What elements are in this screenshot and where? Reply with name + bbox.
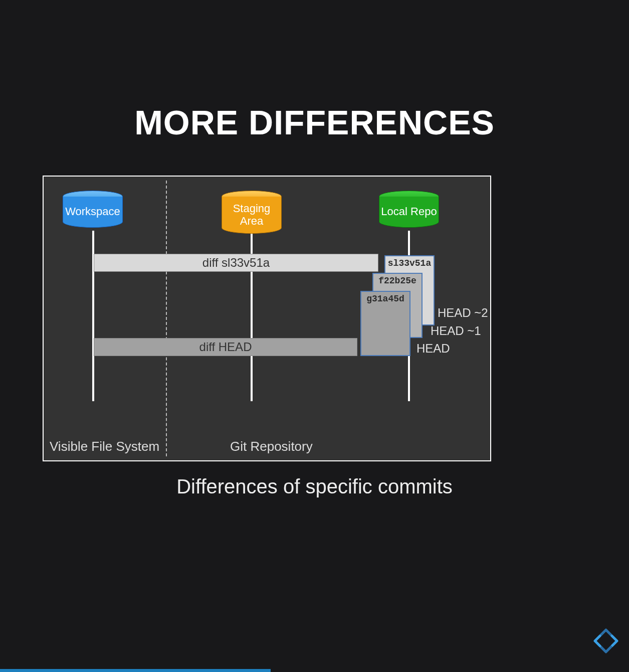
nav-diamond-icon[interactable] [589, 624, 623, 658]
progress-bar [0, 669, 271, 672]
store-staging-label: Staging Area [233, 203, 271, 227]
divider-dashed [166, 181, 167, 456]
bar-diff-sha: diff sl33v51a [94, 254, 378, 272]
head-label-0: HEAD [416, 342, 450, 356]
section-label-git-repo: Git Repository [230, 439, 313, 454]
head-label-1: HEAD ~1 [431, 324, 481, 338]
bar-diff-head: diff HEAD [94, 338, 357, 356]
slide: MORE DIFFERENCES Visible File System Git… [0, 0, 629, 672]
store-local-label: Local Repo [381, 206, 437, 218]
head-label-2: HEAD ~2 [438, 306, 488, 320]
section-label-visible-fs: Visible File System [50, 439, 159, 454]
diagram-frame: Visible File System Git Repository Works… [43, 176, 491, 461]
commit-card-3: g31a45d [360, 291, 410, 356]
store-workspace-label: Workspace [65, 206, 120, 218]
slide-title: MORE DIFFERENCES [0, 103, 629, 142]
slide-caption: Differences of specific commits [0, 475, 629, 498]
